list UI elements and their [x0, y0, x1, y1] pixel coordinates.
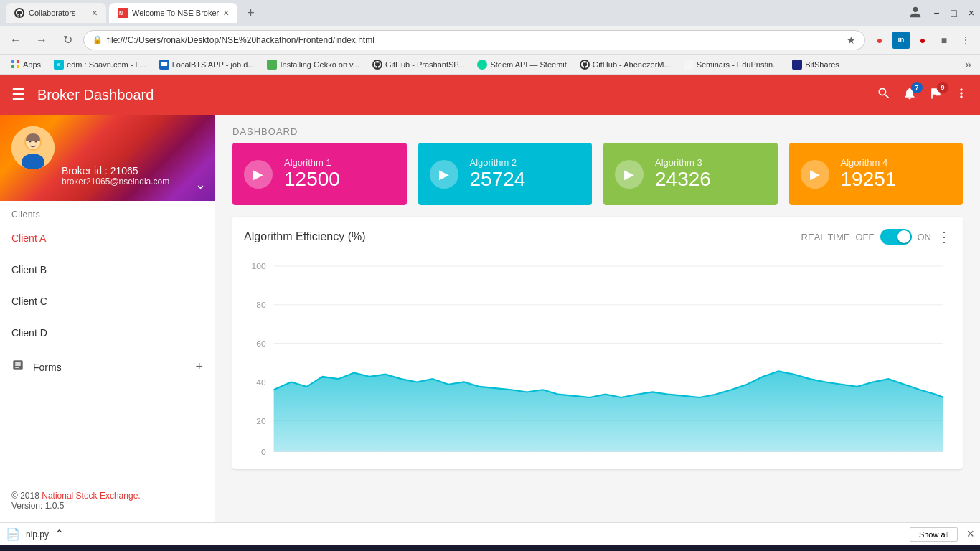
- bookmark-github1-label: GitHub - PrashantSP...: [385, 60, 464, 69]
- account-icon[interactable]: [909, 6, 922, 21]
- window-controls: − □ ×: [909, 6, 974, 21]
- dashboard-title: DASHBOARD: [215, 115, 980, 143]
- refresh-button[interactable]: ↻: [57, 30, 77, 50]
- sidebar-item-client-c[interactable]: Client C: [0, 286, 215, 317]
- taskbar-search[interactable]: [37, 548, 60, 551]
- chart-header: Algorithm Efficiency (%) REAL TIME OFF O…: [244, 228, 951, 245]
- bookmark-apps[interactable]: Apps: [6, 59, 47, 70]
- tab-title-collaborators: Collaborators: [29, 9, 88, 17]
- close-button[interactable]: ×: [969, 7, 974, 19]
- windows-taskbar: 🛍 ▲ U: 0.16 kB/s 3.80 kB/s Desktop ▸ ENG…: [0, 545, 980, 551]
- bookmark-bitshares-label: BitShares: [805, 60, 839, 69]
- taskbar-file-explorer[interactable]: [116, 548, 141, 551]
- bookmark-localbts[interactable]: LocalBTS APP - job d...: [154, 58, 260, 71]
- lastpass-icon[interactable]: ●: [914, 32, 931, 49]
- sidebar-item-forms[interactable]: Forms +: [0, 349, 215, 385]
- algo-2-play-button[interactable]: ▶: [430, 160, 458, 189]
- algo-card-3[interactable]: ▶ Algorithm 3 24326: [603, 143, 778, 205]
- algo-3-info: Algorithm 3 24326: [655, 157, 711, 191]
- notification-badge: 7: [911, 82, 923, 93]
- algo-4-info: Algorithm 4 19251: [841, 157, 897, 191]
- chrome-icon[interactable]: ●: [871, 32, 888, 49]
- sidebar-profile: Broker id : 21065 broker21065@nseindia.c…: [0, 115, 215, 201]
- client-c-label: Client C: [11, 296, 47, 307]
- notification-icon[interactable]: 7: [903, 86, 917, 104]
- tab-favicon-github: [14, 8, 24, 18]
- main-content: DASHBOARD ▶ Algorithm 1 12500 ▶ Algorith…: [215, 115, 980, 522]
- realtime-toggle[interactable]: [880, 229, 912, 245]
- bookmark-github2-icon: [580, 60, 590, 70]
- flag-badge: 9: [937, 82, 948, 93]
- bookmark-edm-label: edm : Saavn.com - L...: [67, 60, 146, 69]
- algo-card-1[interactable]: ▶ Algorithm 1 12500: [232, 143, 407, 205]
- bookmark-gekko-label: Installing Gekko on v...: [280, 60, 359, 69]
- taskbar-store[interactable]: 🛍: [143, 548, 168, 551]
- svg-text:20: 20: [256, 416, 266, 426]
- svg-text:100: 100: [927, 456, 941, 458]
- bookmark-edm[interactable]: e edm : Saavn.com - L...: [48, 58, 152, 71]
- minimize-button[interactable]: −: [933, 7, 939, 19]
- browser-title-bar: Collaborators × N Welcome To NSE Broker …: [0, 0, 980, 26]
- bookmark-seminar[interactable]: Seminars - EduPristin...: [678, 58, 786, 71]
- sidebar-item-client-d[interactable]: Client D: [0, 317, 215, 349]
- algo-1-play-button[interactable]: ▶: [244, 160, 273, 189]
- download-close-icon[interactable]: ×: [966, 527, 974, 542]
- off-label: OFF: [856, 232, 875, 242]
- bookmark-steem[interactable]: Steem API — Steemit: [471, 58, 572, 71]
- sidebar-item-client-a[interactable]: Client A: [0, 222, 215, 254]
- tab-close-collaborators[interactable]: ×: [92, 8, 98, 18]
- algo-card-2[interactable]: ▶ Algorithm 2 25724: [418, 143, 593, 205]
- taskbar-task-view[interactable]: [63, 548, 86, 551]
- bookmark-gekko[interactable]: Installing Gekko on v...: [261, 58, 364, 71]
- broker-id: Broker id : 21065: [62, 165, 169, 176]
- forward-button[interactable]: →: [32, 30, 52, 50]
- chart-more-icon[interactable]: ⋮: [937, 228, 951, 245]
- back-button[interactable]: ←: [6, 30, 26, 50]
- chart-area: 100 80 60 40 20 0: [244, 257, 951, 458]
- bookmark-steem-label: Steem API — Steemit: [490, 60, 566, 69]
- new-tab-button[interactable]: +: [240, 3, 260, 23]
- linkedin-icon[interactable]: in: [892, 32, 910, 49]
- footer-year: © 2018: [11, 491, 39, 501]
- algo-card-4[interactable]: ▶ Algorithm 4 19251: [789, 143, 963, 205]
- bookmark-github2[interactable]: GitHub - AbenezerM...: [574, 58, 677, 71]
- svg-text:10: 10: [335, 456, 345, 458]
- app-title: Broker Dashboard: [37, 87, 877, 103]
- svg-text:40: 40: [256, 377, 266, 387]
- taskbar-edge[interactable]: [89, 548, 113, 551]
- broker-email: broker21065@nseindia.com: [62, 176, 169, 187]
- search-icon[interactable]: [877, 86, 891, 104]
- flag-icon[interactable]: 9: [928, 86, 943, 104]
- bookmark-gekko-icon: [267, 60, 277, 70]
- more-menu-icon[interactable]: [954, 86, 969, 104]
- algo-4-play-button[interactable]: ▶: [801, 160, 829, 189]
- algo-3-play-button[interactable]: ▶: [615, 160, 644, 189]
- tab-broker[interactable]: N Welcome To NSE Broker ×: [109, 3, 237, 23]
- hamburger-menu-icon[interactable]: ☰: [11, 85, 26, 104]
- bookmark-bitshares-icon: [792, 60, 802, 70]
- bookmark-github1[interactable]: GitHub - PrashantSP...: [367, 58, 470, 71]
- bookmarks-more-button[interactable]: »: [962, 58, 974, 71]
- extension-icon[interactable]: ■: [936, 32, 953, 49]
- algo-4-value: 19251: [841, 168, 897, 191]
- bookmark-star-icon[interactable]: ★: [847, 34, 856, 46]
- profile-expand-icon[interactable]: ⌄: [195, 176, 206, 192]
- windows-start-button[interactable]: [6, 547, 34, 551]
- download-expand-icon[interactable]: ⌃: [55, 527, 64, 541]
- tab-collaborators[interactable]: Collaborators ×: [6, 3, 106, 23]
- bookmark-edm-icon: e: [54, 60, 64, 70]
- algo-2-label: Algorithm 2: [470, 157, 526, 168]
- show-all-button[interactable]: Show all: [910, 527, 958, 542]
- forms-icon: [11, 359, 24, 375]
- address-bar[interactable]: 🔒 file:///C:/Users/ronak/Desktop/NSE%20h…: [83, 30, 865, 50]
- tab-close-broker[interactable]: ×: [223, 8, 229, 18]
- bookmark-bitshares[interactable]: BitShares: [786, 58, 845, 71]
- toggle-track[interactable]: [880, 229, 912, 245]
- algo-3-label: Algorithm 3: [655, 157, 711, 168]
- sidebar-item-client-b[interactable]: Client B: [0, 254, 215, 286]
- taskbar-chrome[interactable]: [171, 548, 195, 551]
- more-tools-icon[interactable]: ⋮: [957, 32, 974, 49]
- avatar: [11, 126, 55, 169]
- forms-add-icon[interactable]: +: [195, 359, 203, 375]
- maximize-button[interactable]: □: [951, 7, 956, 19]
